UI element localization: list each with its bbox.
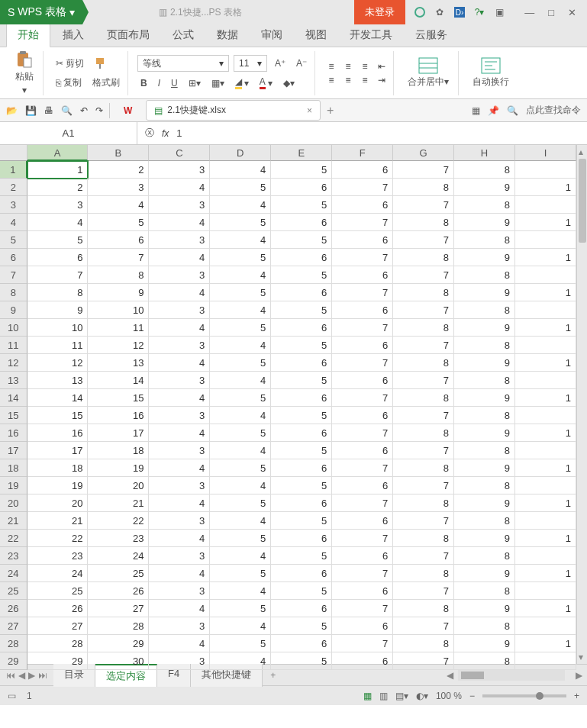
cell[interactable]: 8: [454, 512, 515, 530]
cell[interactable]: 23: [88, 530, 149, 547]
cell[interactable]: 8: [393, 600, 454, 617]
view-page-button[interactable]: ▥: [379, 691, 388, 701]
cell[interactable]: 8: [454, 301, 515, 319]
cell[interactable]: 3: [149, 161, 210, 179]
cell[interactable]: 6: [332, 652, 393, 670]
cell[interactable]: 4: [210, 161, 271, 179]
menu-tab-视图[interactable]: 视图: [295, 24, 337, 47]
cell[interactable]: 7: [88, 249, 149, 266]
column-header[interactable]: H: [454, 145, 515, 161]
cell[interactable]: 8: [393, 565, 454, 582]
cell[interactable]: 22: [27, 530, 89, 547]
cell[interactable]: 18: [88, 442, 149, 459]
cell[interactable]: 6: [271, 494, 332, 512]
cell[interactable]: 9: [454, 179, 515, 196]
cell[interactable]: 6: [332, 266, 393, 284]
cell[interactable]: 5: [271, 372, 332, 389]
cell[interactable]: 6: [271, 249, 332, 266]
column-header[interactable]: G: [393, 145, 454, 161]
cell[interactable]: 8: [88, 266, 149, 284]
row-header[interactable]: 4: [0, 214, 27, 231]
cell[interactable]: 13: [27, 372, 89, 389]
cell[interactable]: 9: [454, 635, 515, 652]
cell[interactable]: 6: [271, 214, 332, 231]
row-header[interactable]: 23: [0, 547, 27, 565]
row-header[interactable]: 24: [0, 565, 27, 582]
cell[interactable]: 4: [27, 214, 89, 231]
row-header[interactable]: 20: [0, 494, 27, 512]
name-box[interactable]: A1: [0, 122, 137, 144]
cell[interactable]: 8: [393, 319, 454, 337]
cell[interactable]: 9: [454, 530, 515, 547]
cell[interactable]: 1: [515, 565, 576, 582]
cell[interactable]: 8: [454, 372, 515, 389]
cell[interactable]: 20: [88, 477, 149, 494]
cell[interactable]: 3: [149, 582, 210, 600]
cell[interactable]: 25: [27, 582, 89, 600]
font-size-combo[interactable]: 11▾: [234, 55, 267, 72]
cell[interactable]: 8: [393, 459, 454, 477]
cell[interactable]: 7: [332, 600, 393, 617]
cell[interactable]: 7: [332, 354, 393, 372]
cell[interactable]: [515, 301, 576, 319]
cell[interactable]: 4: [210, 617, 271, 635]
cell[interactable]: 4: [210, 442, 271, 459]
cell[interactable]: 27: [27, 617, 89, 635]
select-all-corner[interactable]: [0, 145, 27, 161]
cell[interactable]: 7: [332, 494, 393, 512]
cell[interactable]: 5: [210, 319, 271, 337]
cell[interactable]: 10: [27, 319, 89, 337]
vertical-scrollbar[interactable]: ▴ ▾: [576, 145, 587, 664]
cell[interactable]: 5: [210, 530, 271, 547]
cell[interactable]: 5: [271, 442, 332, 459]
cell[interactable]: 9: [454, 459, 515, 477]
menu-tab-开始[interactable]: 开始: [6, 23, 50, 47]
cell[interactable]: [515, 617, 576, 635]
cell[interactable]: 17: [88, 424, 149, 442]
cell[interactable]: 26: [88, 582, 149, 600]
cell[interactable]: 7: [393, 301, 454, 319]
row-header[interactable]: 19: [0, 477, 27, 494]
cell[interactable]: 4: [210, 652, 271, 670]
help-icon[interactable]: ?▾: [474, 7, 485, 18]
hscroll-thumb[interactable]: [461, 672, 484, 679]
close-tab-icon[interactable]: ×: [307, 105, 312, 116]
cell[interactable]: 4: [210, 231, 271, 249]
command-search[interactable]: 点此查找命令: [526, 104, 581, 117]
cell[interactable]: 7: [332, 179, 393, 196]
cell[interactable]: [515, 231, 576, 249]
cell[interactable]: [515, 161, 576, 179]
row-header[interactable]: 22: [0, 530, 27, 547]
cell[interactable]: 9: [454, 319, 515, 337]
cell[interactable]: 7: [393, 442, 454, 459]
cell[interactable]: 18: [27, 459, 89, 477]
row-header[interactable]: 14: [0, 389, 27, 407]
row-header[interactable]: 25: [0, 582, 27, 600]
column-header[interactable]: E: [271, 145, 332, 161]
zoom-out-button[interactable]: −: [469, 691, 475, 701]
cell[interactable]: 5: [271, 301, 332, 319]
view-custom-button[interactable]: ▤▾: [395, 691, 408, 701]
menu-tab-开发工具[interactable]: 开发工具: [339, 24, 403, 47]
copy-button[interactable]: ⎘复制: [53, 75, 85, 91]
cell[interactable]: 24: [88, 547, 149, 565]
row-header[interactable]: 28: [0, 635, 27, 652]
cell[interactable]: [515, 582, 576, 600]
cell[interactable]: 9: [454, 249, 515, 266]
cell[interactable]: 8: [393, 214, 454, 231]
cell[interactable]: 3: [149, 477, 210, 494]
cell[interactable]: 1: [515, 284, 576, 301]
cell[interactable]: 5: [27, 231, 89, 249]
cell[interactable]: [515, 442, 576, 459]
cell[interactable]: 7: [393, 512, 454, 530]
cell[interactable]: 1: [515, 459, 576, 477]
cell[interactable]: 30: [88, 652, 149, 670]
cell[interactable]: 6: [332, 161, 393, 179]
cell[interactable]: 6: [27, 249, 89, 266]
cell[interactable]: 5: [210, 459, 271, 477]
cell[interactable]: 5: [271, 337, 332, 354]
cell[interactable]: 3: [149, 301, 210, 319]
close-button[interactable]: ✕: [568, 7, 576, 18]
cell[interactable]: 6: [271, 354, 332, 372]
cell[interactable]: 7: [332, 424, 393, 442]
